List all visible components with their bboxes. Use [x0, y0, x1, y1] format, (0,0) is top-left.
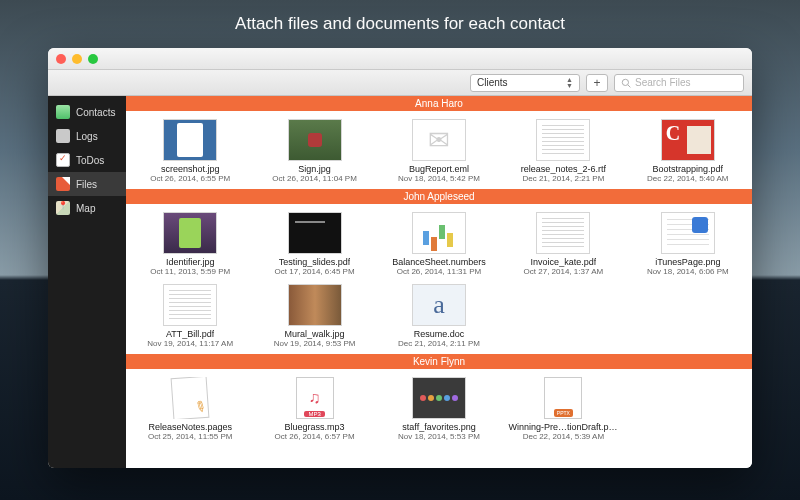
file-thumbnail — [661, 119, 715, 161]
file-name: Resume.doc — [414, 329, 465, 339]
search-icon — [621, 78, 631, 88]
file-name: Bluegrass.mp3 — [285, 422, 345, 432]
file-date: Oct 25, 2014, 11:55 PM — [148, 432, 233, 441]
window-controls — [56, 54, 98, 64]
file-date: Nov 19, 2014, 11:17 AM — [147, 339, 233, 348]
contacts-icon — [56, 105, 70, 119]
svg-line-1 — [628, 84, 631, 87]
file-thumbnail — [288, 284, 342, 326]
file-date: Oct 26, 2014, 6:57 PM — [275, 432, 355, 441]
file-name: staff_favorites.png — [402, 422, 475, 432]
file-name: release_notes_2-6.rtf — [521, 164, 606, 174]
file-thumbnail — [163, 119, 217, 161]
file-item[interactable]: Winning-Pre…tionDraft.pptxDec 22, 2014, … — [503, 375, 623, 443]
file-name: Testing_slides.pdf — [279, 257, 351, 267]
file-thumbnail — [412, 284, 466, 326]
sidebar-item-label: ToDos — [76, 155, 104, 166]
sidebar-item-label: Logs — [76, 131, 98, 142]
file-date: Dec 22, 2014, 5:40 AM — [647, 174, 728, 183]
file-name: Mural_walk.jpg — [285, 329, 345, 339]
file-date: Oct 26, 2014, 11:04 PM — [272, 174, 357, 183]
file-date: Oct 27, 2014, 1:37 AM — [524, 267, 604, 276]
minimize-icon[interactable] — [72, 54, 82, 64]
file-item[interactable]: Invoice_kate.pdfOct 27, 2014, 1:37 AM — [503, 210, 623, 278]
group-selector[interactable]: Clients ▲▼ — [470, 74, 580, 92]
file-item[interactable]: MP3Bluegrass.mp3Oct 26, 2014, 6:57 PM — [254, 375, 374, 443]
file-name: Sign.jpg — [298, 164, 331, 174]
sidebar-item-label: Map — [76, 203, 95, 214]
file-item[interactable]: release_notes_2-6.rtfDec 21, 2014, 2:21 … — [503, 117, 623, 185]
sidebar-item-logs[interactable]: Logs — [48, 124, 126, 148]
file-thumbnail — [412, 377, 466, 419]
file-grid: ReleaseNotes.pagesOct 25, 2014, 11:55 PM… — [126, 369, 752, 447]
zoom-icon[interactable] — [88, 54, 98, 64]
search-placeholder: Search Files — [635, 77, 691, 88]
section-header: John Appleseed — [126, 189, 752, 204]
file-item[interactable]: Bootstrapping.pdfDec 22, 2014, 5:40 AM — [628, 117, 748, 185]
logs-icon — [56, 129, 70, 143]
file-date: Nov 19, 2014, 9:53 PM — [274, 339, 356, 348]
file-thumbnail — [412, 119, 466, 161]
file-item[interactable]: screenshot.jpgOct 26, 2014, 6:55 PM — [130, 117, 250, 185]
file-date: Dec 21, 2014, 2:21 PM — [522, 174, 604, 183]
sidebar-item-files[interactable]: Files — [48, 172, 126, 196]
file-thumbnail — [661, 212, 715, 254]
file-item[interactable]: ATT_Bill.pdfNov 19, 2014, 11:17 AM — [130, 282, 250, 350]
file-date: Oct 17, 2014, 6:45 PM — [275, 267, 355, 276]
file-date: Nov 18, 2014, 5:42 PM — [398, 174, 480, 183]
map-icon — [56, 201, 70, 215]
add-button[interactable]: + — [586, 74, 608, 92]
file-thumbnail: MP3 — [288, 377, 342, 419]
group-selector-value: Clients — [477, 77, 508, 88]
file-thumbnail — [288, 212, 342, 254]
file-date: Oct 26, 2014, 11:31 PM — [397, 267, 482, 276]
file-date: Nov 18, 2014, 6:06 PM — [647, 267, 729, 276]
file-thumbnail — [163, 212, 217, 254]
file-name: BugReport.eml — [409, 164, 469, 174]
file-thumbnail — [288, 119, 342, 161]
sidebar-item-todos[interactable]: ToDos — [48, 148, 126, 172]
file-item[interactable]: Identifier.jpgOct 11, 2013, 5:59 PM — [130, 210, 250, 278]
app-window: Clients ▲▼ + Search Files ContactsLogsTo… — [48, 48, 752, 468]
section-header: Kevin Flynn — [126, 354, 752, 369]
file-name: screenshot.jpg — [161, 164, 220, 174]
sidebar-item-contacts[interactable]: Contacts — [48, 100, 126, 124]
file-name: ReleaseNotes.pages — [148, 422, 232, 432]
files-icon — [56, 177, 70, 191]
file-item[interactable]: Sign.jpgOct 26, 2014, 11:04 PM — [254, 117, 374, 185]
file-grid: Identifier.jpgOct 11, 2013, 5:59 PMTesti… — [126, 204, 752, 354]
file-thumbnail — [536, 119, 590, 161]
file-date: Dec 21, 2014, 2:11 PM — [398, 339, 480, 348]
file-thumbnail — [163, 377, 217, 419]
file-item[interactable]: staff_favorites.pngNov 18, 2014, 5:53 PM — [379, 375, 499, 443]
file-date: Oct 11, 2013, 5:59 PM — [150, 267, 230, 276]
file-name: Bootstrapping.pdf — [653, 164, 724, 174]
file-item[interactable]: BugReport.emlNov 18, 2014, 5:42 PM — [379, 117, 499, 185]
file-date: Oct 26, 2014, 6:55 PM — [150, 174, 230, 183]
file-item[interactable]: ReleaseNotes.pagesOct 25, 2014, 11:55 PM — [130, 375, 250, 443]
file-item[interactable]: Resume.docDec 21, 2014, 2:11 PM — [379, 282, 499, 350]
file-name: BalanceSheet.numbers — [392, 257, 486, 267]
search-input[interactable]: Search Files — [614, 74, 744, 92]
section-header: Anna Haro — [126, 96, 752, 111]
files-content: Anna Haroscreenshot.jpgOct 26, 2014, 6:5… — [126, 96, 752, 468]
toolbar: Clients ▲▼ + Search Files — [48, 70, 752, 96]
file-name: Winning-Pre…tionDraft.pptx — [508, 422, 618, 432]
file-item[interactable]: Testing_slides.pdfOct 17, 2014, 6:45 PM — [254, 210, 374, 278]
file-thumbnail — [536, 212, 590, 254]
page-banner: Attach files and documents for each cont… — [0, 0, 800, 48]
titlebar — [48, 48, 752, 70]
svg-point-0 — [622, 79, 628, 85]
file-item[interactable]: iTunesPage.pngNov 18, 2014, 6:06 PM — [628, 210, 748, 278]
sidebar-item-map[interactable]: Map — [48, 196, 126, 220]
file-name: Invoice_kate.pdf — [531, 257, 597, 267]
sidebar-item-label: Files — [76, 179, 97, 190]
sidebar: ContactsLogsToDosFilesMap — [48, 96, 126, 468]
sidebar-item-label: Contacts — [76, 107, 115, 118]
todos-icon — [56, 153, 70, 167]
file-item[interactable]: BalanceSheet.numbersOct 26, 2014, 11:31 … — [379, 210, 499, 278]
file-item[interactable]: Mural_walk.jpgNov 19, 2014, 9:53 PM — [254, 282, 374, 350]
file-name: iTunesPage.png — [655, 257, 720, 267]
file-thumbnail — [536, 377, 590, 419]
close-icon[interactable] — [56, 54, 66, 64]
